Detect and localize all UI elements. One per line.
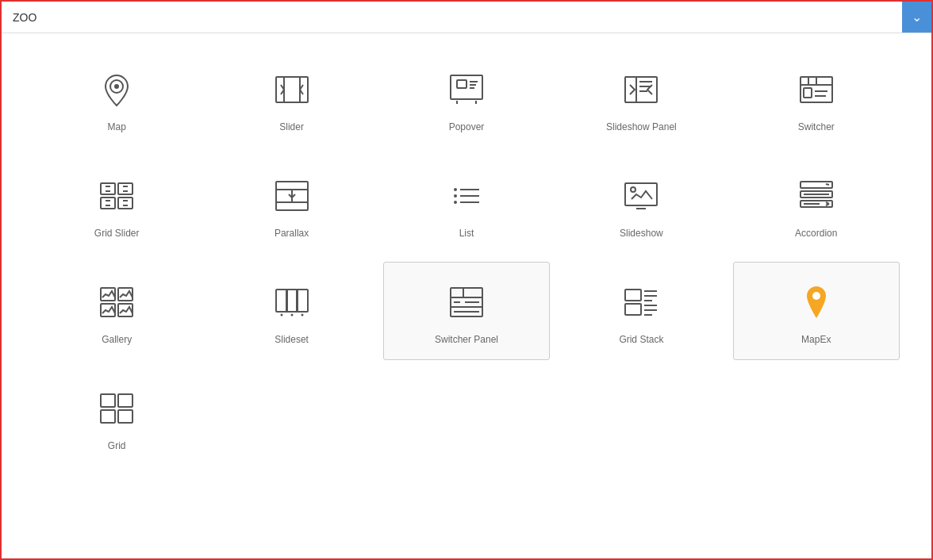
dropdown-button[interactable]: ⌄ xyxy=(902,2,931,33)
svg-point-85 xyxy=(812,292,820,300)
svg-rect-2 xyxy=(276,77,308,102)
svg-rect-26 xyxy=(101,183,115,194)
svg-rect-87 xyxy=(118,394,132,407)
popover-icon xyxy=(446,69,487,110)
item-grid-stack-label: Grid Stack xyxy=(619,334,663,345)
svg-point-68 xyxy=(290,314,293,316)
item-mapex-label: MapEx xyxy=(801,334,831,345)
slideset-icon xyxy=(271,282,313,323)
item-slideshow[interactable]: Slideshow xyxy=(558,155,724,254)
item-switcher[interactable]: Switcher xyxy=(733,49,900,148)
item-popover[interactable]: Popover xyxy=(383,49,550,148)
mapex-icon xyxy=(796,282,837,323)
item-map[interactable]: Map xyxy=(33,49,200,148)
item-slideshow-panel-label: Slideshow Panel xyxy=(606,121,677,132)
svg-rect-28 xyxy=(101,198,115,209)
svg-rect-12 xyxy=(625,77,657,102)
item-grid-slider[interactable]: Grid Slider xyxy=(33,155,200,254)
item-parallax-label: Parallax xyxy=(275,228,309,239)
svg-rect-81 xyxy=(625,304,641,315)
item-slider-label: Slider xyxy=(279,121,304,132)
map-icon xyxy=(96,69,137,110)
svg-rect-64 xyxy=(276,290,287,312)
svg-rect-77 xyxy=(625,290,641,301)
svg-point-45 xyxy=(454,194,457,198)
grid-stack-icon xyxy=(620,282,662,323)
item-grid-label: Grid xyxy=(108,440,126,451)
item-slider[interactable]: Slider xyxy=(208,49,374,148)
grid-icon xyxy=(96,388,137,429)
svg-point-50 xyxy=(631,187,635,192)
item-parallax[interactable]: Parallax xyxy=(208,155,374,254)
item-slideset-label: Slideset xyxy=(275,334,309,345)
item-grid-slider-label: Grid Slider xyxy=(94,228,140,239)
item-popover-label: Popover xyxy=(449,121,485,132)
item-switcher-label: Switcher xyxy=(798,121,835,132)
accordion-icon xyxy=(796,175,837,217)
svg-point-67 xyxy=(280,314,282,316)
svg-point-1 xyxy=(114,84,119,89)
svg-point-47 xyxy=(454,201,457,204)
svg-rect-29 xyxy=(118,198,132,209)
svg-rect-89 xyxy=(118,410,132,423)
item-accordion-label: Accordion xyxy=(795,228,837,239)
svg-rect-8 xyxy=(457,80,466,88)
list-icon xyxy=(446,175,487,217)
top-bar: ⌄ xyxy=(2,2,931,33)
page-wrapper: ⌄ Map xyxy=(0,0,933,560)
svg-rect-65 xyxy=(286,290,298,312)
svg-rect-86 xyxy=(101,394,115,407)
item-gallery-label: Gallery xyxy=(102,334,132,345)
svg-line-55 xyxy=(826,184,829,185)
svg-point-69 xyxy=(301,314,303,316)
item-accordion[interactable]: Accordion xyxy=(733,155,900,254)
item-slideshow-label: Slideshow xyxy=(620,228,663,239)
item-slideset[interactable]: Slideset xyxy=(208,262,374,360)
item-switcher-panel[interactable]: Switcher Panel xyxy=(383,262,550,360)
slider-icon xyxy=(271,69,313,110)
svg-rect-25 xyxy=(804,88,812,98)
slideshow-icon xyxy=(620,175,662,217)
svg-rect-88 xyxy=(101,410,115,423)
gallery-icon xyxy=(96,282,137,323)
item-grid[interactable]: Grid xyxy=(33,368,200,466)
svg-line-59 xyxy=(826,204,829,205)
parallax-icon xyxy=(271,175,313,217)
svg-rect-49 xyxy=(625,183,657,205)
item-list-label: List xyxy=(459,228,474,239)
item-slideshow-panel[interactable]: Slideshow Panel xyxy=(558,49,724,148)
item-mapex[interactable]: MapEx xyxy=(733,262,900,360)
svg-rect-66 xyxy=(297,290,308,312)
svg-point-43 xyxy=(454,188,457,191)
search-input[interactable] xyxy=(2,3,902,32)
item-switcher-panel-label: Switcher Panel xyxy=(435,334,498,345)
slideshow-panel-icon xyxy=(620,69,662,110)
item-list[interactable]: List xyxy=(383,155,550,254)
grid-slider-icon xyxy=(96,175,137,217)
item-grid-stack[interactable]: Grid Stack xyxy=(558,262,724,360)
svg-rect-27 xyxy=(118,183,132,194)
item-map-label: Map xyxy=(108,121,126,132)
item-gallery[interactable]: Gallery xyxy=(33,262,200,360)
switcher-panel-icon xyxy=(446,282,487,323)
switcher-icon xyxy=(796,69,837,110)
items-grid: Map Slider xyxy=(2,33,931,482)
